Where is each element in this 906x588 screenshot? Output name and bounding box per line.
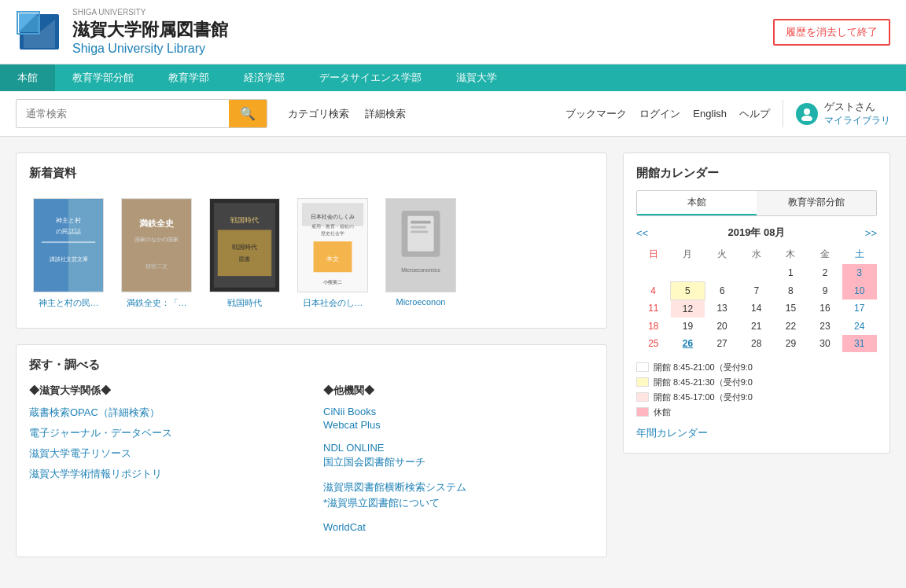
header-sat: 土 xyxy=(842,244,877,264)
tab-kyoiku[interactable]: 教育学部分館 xyxy=(757,191,876,215)
book-item[interactable]: 満鉄全史 国家のなかの国家 秘密二文 満鉄全史：「… xyxy=(117,198,196,309)
webcat-link[interactable]: Webcat Plus xyxy=(323,419,594,431)
cal-day[interactable]: 19 xyxy=(671,318,705,335)
login-link[interactable]: ログイン xyxy=(639,107,680,121)
cal-day[interactable]: 27 xyxy=(705,335,739,352)
cal-day[interactable]: 14 xyxy=(739,300,774,318)
cal-day[interactable]: 25 xyxy=(636,335,671,352)
shiga-library-link[interactable]: 滋賀県図書館横断検索システム xyxy=(323,480,594,494)
table-row: 25 26 27 28 29 30 31 xyxy=(636,335,877,352)
my-library-link[interactable]: マイライブラリ xyxy=(824,114,890,127)
cal-day[interactable]: 26 xyxy=(671,335,705,352)
cal-day[interactable]: 3 xyxy=(842,264,877,281)
book-cover: 満鉄全史 国家のなかの国家 秘密二文 xyxy=(121,198,192,292)
cal-day[interactable]: 15 xyxy=(774,300,808,318)
help-link[interactable]: ヘルプ xyxy=(739,107,770,121)
table-row: 11 12 13 14 15 16 17 xyxy=(636,300,877,318)
opac-link[interactable]: 蔵書検索OPAC（詳細検索） xyxy=(29,406,300,420)
new-arrivals-section: 新着資料 神主と村 の民話誌 講談社文芸文庫 神主と村の民 xyxy=(16,153,607,329)
advanced-search-link[interactable]: 詳細検索 xyxy=(365,107,406,121)
cinii-books-link[interactable]: CiNii Books xyxy=(323,406,594,417)
right-panel: 開館カレンダー 本館 教育学部分館 << 2019年 08月 >> 日 月 火 xyxy=(623,153,890,557)
shiga-pref-link[interactable]: *滋賀県立図書館について xyxy=(323,496,594,510)
cal-day[interactable]: 30 xyxy=(808,335,842,352)
svg-text:国家のなかの国家: 国家のなかの国家 xyxy=(134,237,179,243)
book-cover: 戦国時代 戦国時代 図書 xyxy=(209,198,280,292)
calendar-month: 2019年 08月 xyxy=(728,226,786,240)
repository-link[interactable]: 滋賀大学学術情報リポジトリ xyxy=(29,467,300,481)
cal-day[interactable]: 22 xyxy=(774,318,808,335)
bookmark-link[interactable]: ブックマーク xyxy=(565,107,627,121)
cal-day[interactable]: 18 xyxy=(636,318,671,335)
link-group-cinii: CiNii Books Webcat Plus xyxy=(323,406,594,431)
cal-day xyxy=(671,264,705,281)
eresource-link[interactable]: 滋賀大学電子リソース xyxy=(29,447,300,461)
nav-item-kyoiku-bunkan[interactable]: 教育学部分館 xyxy=(55,64,151,91)
search-input[interactable] xyxy=(17,101,229,126)
book-cover: 日本社会のしくみ 雇用・教育・福祉の 歴史社会学 本文 小熊英二 xyxy=(297,198,368,292)
legend-box xyxy=(636,407,649,417)
cal-day[interactable]: 23 xyxy=(808,318,842,335)
legend-item-closed: 休館 xyxy=(636,406,877,418)
svg-rect-38 xyxy=(411,221,430,224)
book-item[interactable]: Microeconomics Microeconon xyxy=(381,198,460,309)
category-search-link[interactable]: カテゴリ検索 xyxy=(288,107,349,121)
cal-day[interactable]: 2 xyxy=(808,264,842,281)
legend-item-open2: 開館 8:45-21:30（受付9:0 xyxy=(636,377,877,388)
nav-item-data[interactable]: データサイエンス学部 xyxy=(302,64,439,91)
cal-day[interactable]: 13 xyxy=(705,300,739,318)
prev-month-link[interactable]: << xyxy=(636,227,648,239)
nav-item-shiga[interactable]: 滋賀大学 xyxy=(439,64,514,91)
tab-honkan[interactable]: 本館 xyxy=(637,191,757,215)
next-month-link[interactable]: >> xyxy=(865,227,877,239)
nav-item-kyoiku[interactable]: 教育学部 xyxy=(151,64,226,91)
calendar-card: 開館カレンダー 本館 教育学部分館 << 2019年 08月 >> 日 月 火 xyxy=(623,153,890,454)
cal-day[interactable]: 1 xyxy=(774,264,808,281)
cal-day[interactable]: 20 xyxy=(705,318,739,335)
nav-item-keizai[interactable]: 経済学部 xyxy=(226,64,302,91)
english-link[interactable]: English xyxy=(693,108,727,119)
ejournal-link[interactable]: 電子ジャーナル・データベース xyxy=(29,426,300,440)
user-text: ゲストさん マイライブラリ xyxy=(824,100,890,127)
annual-calendar-link[interactable]: 年間カレンダー xyxy=(636,426,877,440)
worldcat-link[interactable]: WorldCat xyxy=(323,521,594,533)
find-col-shiga-title: ◆滋賀大学関係◆ xyxy=(29,384,300,398)
legend-label: 開館 8:45-17:00（受付9:0 xyxy=(654,391,753,403)
legend-item-open3: 開館 8:45-17:00（受付9:0 xyxy=(636,391,877,403)
cal-day[interactable]: 28 xyxy=(739,335,774,352)
cal-day[interactable]: 29 xyxy=(774,335,808,352)
header-thu: 木 xyxy=(774,244,808,264)
cal-day[interactable]: 8 xyxy=(774,281,808,300)
book-item[interactable]: 日本社会のしくみ 雇用・教育・福祉の 歴史社会学 本文 小熊英二 日本社会のし… xyxy=(293,198,372,309)
university-logo xyxy=(16,10,63,53)
cal-day[interactable]: 24 xyxy=(842,318,877,335)
header-sun: 日 xyxy=(636,244,671,264)
clear-history-button[interactable]: 履歴を消去して終了 xyxy=(773,19,890,46)
cal-day[interactable]: 16 xyxy=(808,300,842,318)
search-button[interactable]: 🔍 xyxy=(229,100,267,127)
legend-box xyxy=(636,377,649,387)
cal-day[interactable]: 4 xyxy=(636,281,671,300)
cal-day[interactable]: 9 xyxy=(808,281,842,300)
cal-day[interactable]: 12 xyxy=(671,300,705,318)
cal-day xyxy=(636,264,671,281)
nav-item-honkan[interactable]: 本館 xyxy=(0,64,55,91)
new-arrivals-title: 新着資料 xyxy=(29,166,594,181)
book-item[interactable]: 神主と村 の民話誌 講談社文芸文庫 神主と村の民… xyxy=(29,198,108,309)
cal-day[interactable]: 7 xyxy=(739,281,774,300)
cal-day[interactable]: 6 xyxy=(705,281,739,300)
cal-day[interactable]: 5 xyxy=(671,281,705,300)
calendar-title: 開館カレンダー xyxy=(636,166,877,181)
cal-day[interactable]: 11 xyxy=(636,300,671,318)
cal-day[interactable]: 17 xyxy=(842,300,877,318)
ndl-online-link[interactable]: NDL ONLINE xyxy=(323,442,594,454)
find-section: 探す・調べる ◆滋賀大学関係◆ 蔵書検索OPAC（詳細検索） 電子ジャーナル・デ… xyxy=(16,344,607,557)
main-content: 新着資料 神主と村 の民話誌 講談社文芸文庫 神主と村の民 xyxy=(0,137,906,573)
left-panel: 新着資料 神主と村 の民話誌 講談社文芸文庫 神主と村の民 xyxy=(16,153,607,557)
cal-day[interactable]: 31 xyxy=(842,335,877,352)
ndl-search-link[interactable]: 国立国会図書館サーチ xyxy=(323,455,594,469)
cal-day[interactable]: 10 xyxy=(842,281,877,300)
cal-day[interactable]: 21 xyxy=(739,318,774,335)
logo-section: SHIGA UNIVERSITY 滋賀大学附属図書館 Shiga Univers… xyxy=(16,8,228,56)
book-item[interactable]: 戦国時代 戦国時代 図書 戦国時代 xyxy=(205,198,284,309)
